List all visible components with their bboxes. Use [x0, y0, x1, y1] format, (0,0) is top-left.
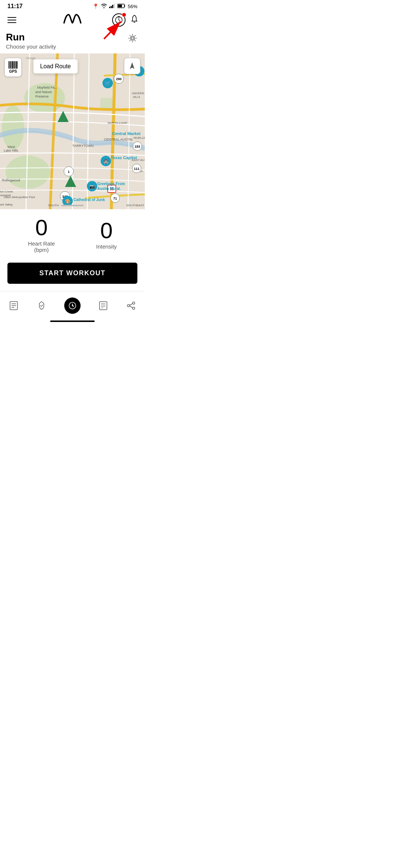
stats-section: 0 Heart Rate(bpm) 0 Intensity [0, 209, 145, 257]
watch-notification-badge [122, 13, 126, 17]
svg-text:71: 71 [113, 197, 117, 200]
gps-label: GPS [9, 69, 17, 73]
svg-text:290: 290 [116, 77, 121, 81]
svg-text:111: 111 [134, 167, 139, 171]
svg-text:Texas Capitol: Texas Capitol [111, 155, 137, 160]
home-bar [50, 320, 95, 322]
svg-rect-79 [12, 61, 13, 69]
heart-rate-label: Heart Rate(bpm) [28, 240, 55, 253]
intensity-value: 0 [100, 220, 113, 242]
signal-icon [109, 3, 115, 9]
svg-text:reenbelt: reenbelt [0, 194, 11, 197]
svg-rect-78 [12, 61, 12, 69]
svg-text:CENTRAL AUSTIN: CENTRAL AUSTIN [104, 138, 133, 141]
svg-point-99 [127, 305, 130, 307]
svg-text:HILLS: HILLS [133, 96, 140, 98]
svg-rect-76 [10, 61, 10, 69]
svg-text:West: West [7, 145, 15, 149]
nav-activity-log[interactable] [4, 299, 23, 312]
svg-rect-81 [14, 61, 15, 69]
svg-text:ton Creek: ton Creek [0, 190, 13, 193]
svg-rect-94 [100, 302, 107, 310]
svg-text:Mayfield Pa...: Mayfield Pa... [37, 86, 58, 89]
svg-text:NORTH LOOP: NORTH LOOP [108, 121, 127, 125]
intensity-stat: 0 Intensity [96, 220, 117, 250]
intensity-label: Intensity [96, 243, 117, 250]
svg-text:Central Market: Central Market [112, 131, 141, 136]
header-text: Run Choose your activity [6, 32, 56, 50]
svg-text:TARRYTOWN: TARRYTOWN [72, 144, 94, 148]
svg-rect-3 [114, 4, 115, 8]
svg-point-15 [130, 36, 135, 40]
home-indicator [0, 318, 145, 323]
svg-text:and Nature: and Nature [35, 90, 52, 94]
svg-point-101 [133, 307, 135, 309]
svg-rect-83 [16, 61, 17, 69]
nav-connect[interactable] [122, 299, 140, 312]
status-bar: 11:17 📍 [0, 0, 145, 11]
top-nav-right [112, 13, 139, 27]
svg-rect-5 [124, 5, 125, 7]
map-drag-handle [61, 205, 84, 206]
svg-line-103 [130, 306, 133, 308]
ua-logo [61, 12, 84, 28]
battery-icon [117, 3, 125, 9]
activity-type: Run [6, 32, 56, 43]
nav-training-log[interactable] [94, 299, 113, 312]
svg-rect-10 [118, 16, 120, 17]
heart-rate-stat: 0 Heart Rate(bpm) [28, 217, 55, 253]
battery-percent: 56% [128, 4, 137, 9]
bottom-nav [0, 291, 145, 318]
top-nav [0, 11, 145, 29]
svg-text:Austin Mural.: Austin Mural. [97, 187, 121, 191]
compass-button[interactable] [124, 58, 140, 74]
svg-text:Rollingwood: Rollingwood [2, 178, 20, 182]
nav-challenges[interactable] [32, 299, 51, 312]
svg-text:UNIVERSI...: UNIVERSI... [132, 92, 145, 95]
svg-text:1: 1 [68, 170, 69, 174]
svg-text:183: 183 [134, 145, 140, 148]
svg-text:Greetings From: Greetings From [97, 182, 125, 186]
hamburger-button[interactable] [6, 16, 18, 24]
header-section: Run Choose your activity [0, 29, 145, 53]
start-workout-button[interactable]: START WORKOUT [7, 263, 137, 284]
settings-button[interactable] [126, 32, 139, 47]
heart-rate-value: 0 [35, 217, 48, 239]
svg-text:Preserve: Preserve [35, 95, 49, 98]
watch-button[interactable] [112, 13, 125, 27]
svg-rect-2 [112, 5, 113, 8]
map-container[interactable]: 183 Mayfield Pa... and Nature Preserve W… [0, 53, 145, 209]
nav-record[interactable] [60, 296, 85, 315]
svg-point-93 [72, 305, 73, 306]
svg-rect-82 [16, 61, 16, 69]
svg-point-100 [133, 302, 135, 304]
location-icon: 📍 [92, 3, 99, 9]
hamburger-line-3 [7, 22, 16, 23]
svg-text:🏰: 🏰 [103, 158, 109, 164]
svg-rect-75 [9, 61, 9, 69]
svg-text:SOUTH: SOUTH [48, 204, 59, 207]
svg-point-19 [6, 155, 50, 189]
svg-text:Google: Google [26, 56, 36, 60]
svg-text:MUELLER: MUELLER [134, 136, 145, 139]
record-circle [64, 297, 81, 314]
svg-line-9 [119, 20, 120, 21]
svg-rect-6 [118, 5, 122, 7]
hamburger-line-2 [7, 20, 16, 20]
status-icons: 📍 [92, 3, 137, 9]
wifi-icon [101, 3, 107, 9]
svg-line-102 [130, 303, 133, 305]
notifications-button[interactable] [130, 14, 139, 26]
svg-text:📷: 📷 [89, 184, 95, 189]
svg-text:Cathedral of Junk: Cathedral of Junk [74, 198, 105, 202]
svg-rect-77 [10, 61, 11, 69]
start-workout-container: START WORKOUT [0, 257, 145, 291]
svg-text:🛒: 🛒 [105, 80, 111, 86]
load-route-button[interactable]: Load Route [33, 59, 78, 73]
svg-text:Lake Hills: Lake Hills [4, 149, 19, 152]
svg-text:set Valley: set Valley [0, 203, 13, 206]
svg-rect-11 [118, 23, 120, 24]
svg-point-14 [131, 37, 134, 40]
svg-rect-0 [109, 7, 110, 8]
gps-button[interactable]: GPS [4, 58, 22, 77]
